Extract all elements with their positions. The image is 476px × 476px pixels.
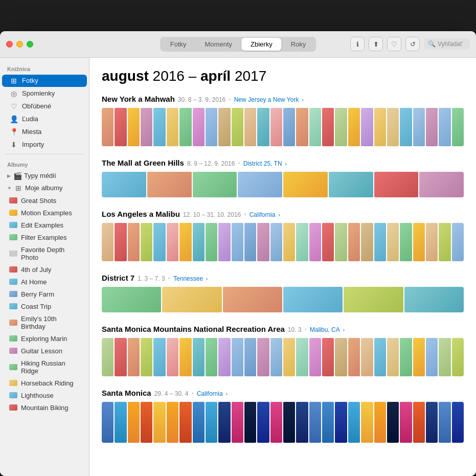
- photo-cell[interactable]: [167, 402, 178, 443]
- photo-cell[interactable]: [153, 108, 165, 146]
- photo-cell[interactable]: [232, 108, 243, 146]
- sidebar-item-emilys-birthday[interactable]: Emily's 10th Birthday: [2, 313, 87, 332]
- sidebar-item-4th-of-july[interactable]: 4th of July: [2, 264, 87, 276]
- photo-cell[interactable]: [102, 108, 114, 146]
- photo-cell[interactable]: [296, 338, 308, 376]
- sidebar-item-horseback-riding[interactable]: Horseback Riding: [2, 377, 87, 389]
- share-button[interactable]: ⬆: [369, 37, 383, 51]
- photo-cell[interactable]: [167, 108, 178, 146]
- fullscreen-button[interactable]: [27, 41, 33, 48]
- photo-cell[interactable]: [218, 223, 230, 261]
- sidebar-item-oblubene[interactable]: ♡ Obľúbené: [2, 100, 87, 112]
- photo-cell[interactable]: [283, 287, 343, 312]
- photo-cell[interactable]: [257, 402, 269, 443]
- photo-cell[interactable]: [419, 172, 464, 197]
- photo-cell[interactable]: [387, 108, 399, 146]
- sidebar-group-media-types[interactable]: ▶ 🎬 Typy médií: [0, 170, 89, 182]
- tab-zbierky[interactable]: Zbierky: [241, 38, 282, 51]
- photo-cell[interactable]: [270, 402, 282, 443]
- photo-cell[interactable]: [218, 338, 230, 376]
- photo-cell[interactable]: [244, 338, 256, 376]
- sidebar-item-miesta[interactable]: 📍 Miesta: [2, 126, 87, 138]
- photo-cell[interactable]: [232, 338, 243, 376]
- photo-cell[interactable]: [329, 172, 373, 197]
- photo-cell[interactable]: [270, 223, 282, 261]
- section-los-angeles-photos[interactable]: [102, 223, 464, 261]
- photo-cell[interactable]: [322, 338, 334, 376]
- section-santa-monica-location[interactable]: California: [197, 390, 223, 397]
- photo-cell[interactable]: [309, 223, 321, 261]
- section-santa-monica-photos[interactable]: [102, 402, 464, 443]
- photo-cell[interactable]: [400, 402, 412, 443]
- sidebar-item-ludia[interactable]: 👤 Ľudia: [2, 113, 87, 125]
- photo-cell[interactable]: [102, 402, 114, 443]
- photo-cell[interactable]: [206, 223, 217, 261]
- photo-cell[interactable]: [335, 108, 347, 146]
- photo-cell[interactable]: [115, 402, 126, 443]
- photo-cell[interactable]: [206, 338, 217, 376]
- photo-cell[interactable]: [309, 108, 321, 146]
- photo-cell[interactable]: [439, 402, 450, 443]
- photo-cell[interactable]: [296, 402, 308, 443]
- photo-cell[interactable]: [404, 287, 464, 312]
- photo-cell[interactable]: [387, 338, 399, 376]
- rotate-button[interactable]: ↺: [405, 37, 420, 51]
- photo-cell[interactable]: [413, 223, 425, 261]
- photo-cell[interactable]: [283, 402, 295, 443]
- sidebar-item-fotky[interactable]: ⊞ Fotky: [2, 75, 87, 87]
- photo-cell[interactable]: [426, 402, 438, 443]
- photo-cell[interactable]: [374, 108, 386, 146]
- photo-cell[interactable]: [309, 402, 321, 443]
- photo-cell[interactable]: [283, 338, 295, 376]
- photo-cell[interactable]: [296, 223, 308, 261]
- photo-cell[interactable]: [296, 108, 308, 146]
- section-district7-photos[interactable]: [102, 287, 464, 312]
- section-district7-title[interactable]: District 7: [102, 274, 134, 282]
- photo-cell[interactable]: [102, 338, 114, 376]
- photo-cell[interactable]: [162, 287, 221, 312]
- search-box[interactable]: 🔍 Vyhľadať: [424, 38, 470, 50]
- photo-cell[interactable]: [452, 402, 464, 443]
- photo-cell[interactable]: [128, 223, 140, 261]
- photo-cell[interactable]: [147, 172, 192, 197]
- favorite-button[interactable]: ♡: [387, 37, 401, 51]
- sidebar-item-edit-examples[interactable]: Edit Examples: [2, 219, 87, 231]
- section-los-angeles-title[interactable]: Los Angeles a Malibu: [102, 210, 180, 218]
- section-santa-monica-arrow[interactable]: ›: [226, 391, 228, 397]
- photo-cell[interactable]: [206, 108, 217, 146]
- photo-cell[interactable]: [141, 108, 152, 146]
- photo-cell[interactable]: [244, 402, 256, 443]
- photo-cell[interactable]: [426, 223, 438, 261]
- sidebar-group-my-albums[interactable]: ▼ ⊞ Moje albumy: [0, 182, 89, 194]
- sidebar-item-guitar-lesson[interactable]: Guitar Lesson: [2, 345, 87, 357]
- photo-cell[interactable]: [115, 108, 126, 146]
- photo-cell[interactable]: [115, 223, 126, 261]
- tab-momenty[interactable]: Momenty: [196, 38, 241, 51]
- photo-cell[interactable]: [179, 338, 191, 376]
- sidebar-item-mountain-biking[interactable]: Mountain Biking: [2, 402, 87, 414]
- section-new-york-photos[interactable]: [102, 108, 464, 146]
- photo-cell[interactable]: [193, 223, 205, 261]
- sidebar-item-great-shots[interactable]: Great Shots: [2, 195, 87, 207]
- photo-cell[interactable]: [232, 402, 243, 443]
- photo-cell[interactable]: [361, 223, 373, 261]
- photo-cell[interactable]: [344, 287, 403, 312]
- photo-cell[interactable]: [206, 402, 217, 443]
- section-the-mall-arrow[interactable]: ›: [285, 161, 287, 167]
- photo-cell[interactable]: [102, 223, 114, 261]
- photo-cell[interactable]: [141, 338, 152, 376]
- sidebar-item-berry-farm[interactable]: Berry Farm: [2, 288, 87, 300]
- photo-cell[interactable]: [270, 338, 282, 376]
- photo-cell[interactable]: [141, 223, 152, 261]
- photo-cell[interactable]: [257, 338, 269, 376]
- photo-cell[interactable]: [283, 223, 295, 261]
- photo-cell[interactable]: [309, 338, 321, 376]
- photo-cell[interactable]: [257, 223, 269, 261]
- section-smm-title[interactable]: Santa Monica Mountains National Recreati…: [102, 325, 285, 333]
- sidebar-item-motion-examples[interactable]: Motion Examples: [2, 207, 87, 219]
- photo-cell[interactable]: [348, 338, 360, 376]
- sidebar-item-hiking-russian-ridge[interactable]: Hiking Russian Ridge: [2, 357, 87, 377]
- sidebar-item-at-home[interactable]: At Home: [2, 276, 87, 288]
- photo-cell[interactable]: [238, 172, 282, 197]
- photo-cell[interactable]: [153, 402, 165, 443]
